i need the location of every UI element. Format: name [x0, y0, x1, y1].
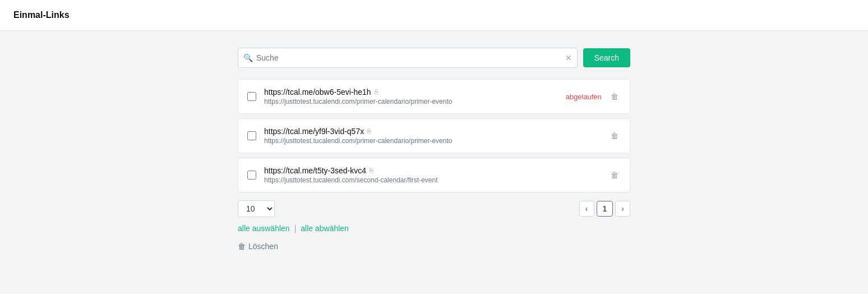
status-badge-1: abgelaufen: [566, 93, 602, 101]
actions-row: alle auswählen | alle abwählen: [238, 224, 630, 233]
bulk-delete-link[interactable]: 🗑 Löschen: [238, 242, 278, 251]
deselect-all-link[interactable]: alle abwählen: [301, 224, 349, 233]
separator: |: [294, 224, 297, 233]
pagination-row: 10 25 50 100 ‹ 1 ›: [238, 200, 630, 217]
copy-icon-2[interactable]: ⎘: [367, 127, 371, 135]
prev-page-button[interactable]: ‹: [579, 201, 594, 217]
search-icon: 🔍: [243, 53, 253, 62]
item-checkbox-2[interactable]: [247, 131, 256, 140]
list-item: https://tcal.me/t5ty-3sed-kvc4 ⎘ https:/…: [238, 158, 630, 192]
next-page-button[interactable]: ›: [615, 201, 630, 217]
copy-icon-1[interactable]: ⎘: [375, 88, 378, 96]
links-list: https://tcal.me/obw6-5evi-he1h ⎘ https:/…: [238, 79, 630, 197]
copy-icon-3[interactable]: ⎘: [370, 167, 373, 174]
page-title: Einmal-Links: [13, 10, 70, 20]
trash-icon: 🗑: [238, 242, 246, 251]
clear-icon[interactable]: ✕: [565, 53, 572, 62]
item-content-2: https://tcal.me/yf9l-3vid-q57x ⎘ https:/…: [264, 127, 608, 145]
delete-icon-3[interactable]: 🗑: [608, 168, 621, 182]
page-1-button[interactable]: 1: [597, 201, 613, 217]
select-all-link[interactable]: alle auswählen: [238, 224, 290, 233]
search-button[interactable]: Search: [583, 48, 630, 67]
short-url-1: https://tcal.me/obw6-5evi-he1h: [264, 88, 371, 97]
list-item: https://tcal.me/yf9l-3vid-q57x ⎘ https:/…: [238, 118, 630, 153]
search-input-wrapper: 🔍 ✕: [238, 48, 578, 68]
full-url-3: https://justtotest.tucalendi.com/second-…: [264, 176, 608, 184]
list-item: https://tcal.me/obw6-5evi-he1h ⎘ https:/…: [238, 79, 630, 114]
full-url-2: https://justtotest.tucalendi.com/primer-…: [264, 137, 608, 145]
delete-label: Löschen: [248, 242, 278, 251]
short-url-3: https://tcal.me/t5ty-3sed-kvc4: [264, 166, 366, 175]
item-checkbox-1[interactable]: [247, 92, 256, 101]
item-checkbox-3[interactable]: [247, 171, 256, 180]
short-url-2: https://tcal.me/yf9l-3vid-q57x: [264, 127, 364, 136]
item-content-1: https://tcal.me/obw6-5evi-he1h ⎘ https:/…: [264, 88, 566, 105]
item-content-3: https://tcal.me/t5ty-3sed-kvc4 ⎘ https:/…: [264, 166, 608, 184]
per-page-dropdown[interactable]: 10 25 50 100: [238, 200, 275, 217]
per-page-select: 10 25 50 100: [238, 200, 275, 217]
delete-icon-2[interactable]: 🗑: [608, 129, 621, 143]
delete-row: 🗑 Löschen: [238, 242, 630, 251]
full-url-1: https://justtotest.tucalendi.com/primer-…: [264, 98, 566, 105]
search-input[interactable]: [238, 48, 578, 68]
search-bar: 🔍 ✕ Search: [238, 48, 630, 68]
pagination-controls: ‹ 1 ›: [579, 201, 630, 217]
delete-icon-1[interactable]: 🗑: [608, 90, 621, 103]
